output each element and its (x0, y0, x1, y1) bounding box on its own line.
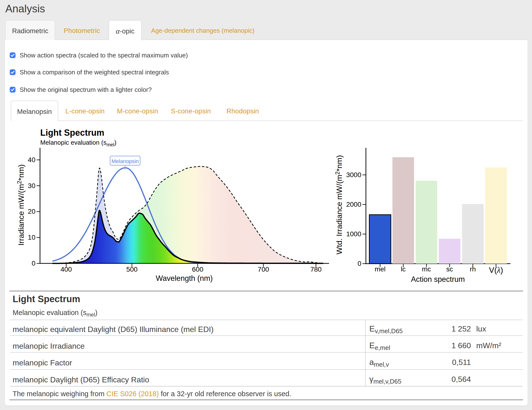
svg-text:700: 700 (258, 266, 269, 273)
svg-text:V(λ): V(λ) (489, 266, 503, 275)
svg-text:400: 400 (61, 266, 72, 273)
svg-text:0: 0 (31, 260, 35, 267)
svg-text:Melanopic evaluation (smel): Melanopic evaluation (smel) (40, 139, 116, 147)
svg-text:20: 20 (28, 208, 35, 215)
svg-text:2000: 2000 (346, 201, 361, 208)
svg-text:600: 600 (192, 266, 203, 273)
svg-text:Irradiance mW/(m2*nm): Irradiance mW/(m2*nm) (16, 164, 26, 245)
svg-text:3000: 3000 (346, 171, 361, 179)
svg-text:500: 500 (126, 266, 138, 273)
svg-text:Wtd. Irradiance mW/(m2*nm): Wtd. Irradiance mW/(m2*nm) (334, 155, 344, 254)
svg-text:1000: 1000 (346, 230, 361, 238)
svg-text:mel: mel (375, 265, 386, 273)
svg-text:40: 40 (28, 156, 35, 164)
svg-text:Wavelength (nm): Wavelength (nm) (156, 274, 213, 282)
svg-text:mc: mc (422, 265, 431, 273)
svg-text:rh: rh (470, 265, 476, 273)
svg-text:Light Spectrum: Light Spectrum (40, 128, 104, 138)
svg-text:sc: sc (446, 265, 453, 273)
svg-text:30: 30 (28, 182, 35, 189)
svg-text:Action spectrum: Action spectrum (411, 275, 465, 283)
svg-text:Melanopsin: Melanopsin (112, 158, 139, 164)
svg-text:lc: lc (401, 265, 406, 273)
svg-text:780: 780 (310, 266, 322, 273)
svg-text:0: 0 (357, 260, 361, 267)
svg-text:10: 10 (28, 233, 35, 241)
